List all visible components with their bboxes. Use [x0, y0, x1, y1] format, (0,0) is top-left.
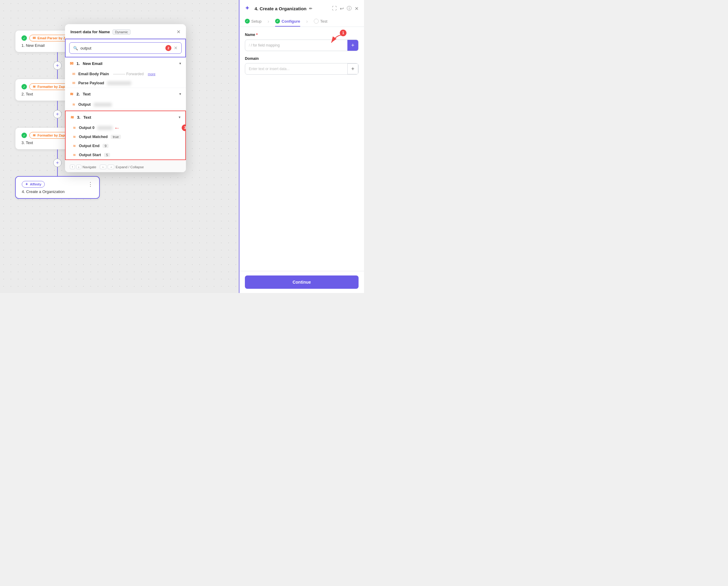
plus-btn-1[interactable]: +	[53, 61, 62, 70]
node-2-check: ✓	[22, 84, 27, 89]
output-matched-value: true	[111, 135, 121, 139]
required-indicator: *	[256, 32, 257, 37]
section-text-2: ≋ 2. Text ▾ ≋ Output	[65, 88, 186, 109]
domain-field-label: Domain	[245, 56, 358, 61]
name-field-row: / / for field mapping +	[245, 39, 358, 51]
formatter-icon-2: ≋	[70, 91, 73, 96]
search-icon: 🔍	[73, 46, 78, 50]
modal-close-button[interactable]: ✕	[177, 29, 180, 35]
plus-btn-2[interactable]: +	[53, 110, 62, 118]
key-down: ↓	[76, 165, 81, 169]
item-output-end[interactable]: ≋ Output End 9	[66, 141, 185, 151]
search-input[interactable]	[80, 46, 163, 50]
output-start-value: 5	[104, 153, 110, 157]
modal-body: ✉ 1. New Email ▾ ✉ Email Body Plain ----…	[65, 57, 186, 161]
formatter-icon-3: ≋	[71, 115, 74, 119]
undo-button[interactable]: ↩	[340, 6, 344, 11]
blurred-value-2	[94, 103, 112, 107]
node-4-menu[interactable]: ⋮	[88, 181, 93, 188]
chevron-down-icon-1: ▾	[179, 61, 181, 65]
tab-setup[interactable]: ✓ Setup	[245, 16, 261, 27]
modal-title: Insert data for Name Dynamic	[71, 29, 131, 35]
email-icon: ✉	[70, 61, 73, 66]
chevron-down-icon-3: ▾	[179, 115, 180, 119]
email-item-icon-1: ✉	[72, 72, 75, 76]
panel-footer: Continue	[240, 271, 364, 293]
arrow-3-indicator: ←	[114, 125, 120, 131]
modal-header: Insert data for Name Dynamic ✕	[65, 24, 186, 39]
fullscreen-button[interactable]: ⛶	[332, 6, 337, 11]
search-section: 🔍 2 ✕	[65, 39, 186, 57]
key-up: ↑	[70, 165, 75, 169]
blurred-value-1	[107, 81, 131, 85]
item-email-body-plain[interactable]: ✉ Email Body Plain ---------- Forwarded …	[65, 70, 186, 79]
tab-configure[interactable]: ✓ Configure	[275, 16, 300, 27]
connector-1-2	[57, 52, 58, 61]
section-new-email: ✉ 1. New Email ▾ ✉ Email Body Plain ----…	[65, 57, 186, 88]
modal-footer: ↑ ↓ Navigate ← → Expand / Collapse	[65, 161, 186, 172]
name-add-button[interactable]: +	[347, 40, 358, 51]
tab-sep-2: ›	[306, 19, 308, 24]
insert-data-modal: Insert data for Name Dynamic ✕ 🔍 2 ✕ ✉ 1…	[65, 24, 186, 172]
connector-3-4b	[57, 167, 58, 176]
node-4-badge: ✦ Affinity	[22, 181, 45, 188]
item-parse-payload[interactable]: ✉ Parse Payload	[65, 79, 186, 88]
tab-test-circle	[314, 19, 319, 24]
domain-placeholder: Enter text or insert data...	[245, 64, 347, 74]
formatter-item-icon-3a: ≋	[73, 126, 76, 130]
search-box: 🔍 2 ✕	[69, 42, 182, 54]
item-output-2[interactable]: ≋ Output	[65, 100, 186, 109]
section-text-2-header[interactable]: ≋ 2. Text ▾	[65, 88, 186, 100]
section-text-3: ≋ 3. Text ▾ ≋ Output 0 ← 3 ≋ Output Matc…	[65, 111, 186, 160]
continue-button[interactable]: Continue	[245, 275, 358, 289]
item-output-matched[interactable]: ≋ Output Matched true	[66, 132, 185, 141]
formatter-item-icon-3d: ≋	[73, 153, 76, 157]
tab-configure-check: ✓	[275, 19, 280, 24]
tab-sep-1: ›	[268, 19, 269, 24]
footer-navigate: ↑ ↓ Navigate	[70, 165, 96, 169]
edit-title-icon[interactable]: ✏	[309, 6, 312, 11]
slash-char: /	[249, 43, 251, 47]
panel-body: Name * / / for field mapping + Domain En…	[240, 27, 364, 271]
right-panel: ✦ 4. Create a Organization ✏ ⛶ ↩ ⓘ ✕ ✓ S…	[239, 0, 364, 293]
section-text-3-header[interactable]: ≋ 3. Text ▾	[66, 111, 185, 123]
node-1-check: ✓	[22, 35, 27, 41]
search-badge-2: 2	[166, 45, 171, 51]
formatter-item-icon-3c: ≋	[73, 144, 76, 148]
key-left: ←	[100, 165, 106, 169]
blurred-value-3	[97, 126, 112, 130]
more-link[interactable]: more	[148, 72, 155, 76]
tab-setup-check: ✓	[245, 19, 250, 24]
search-clear-icon[interactable]: ✕	[174, 45, 178, 51]
item-output-0[interactable]: ≋ Output 0 ← 3	[66, 123, 185, 132]
name-field-label: Name *	[245, 32, 358, 37]
section-text-3-title: ≋ 3. Text	[71, 115, 91, 119]
dynamic-badge: Dynamic	[112, 29, 131, 35]
panel-title-row: ✦ 4. Create a Organization ✏ ⛶ ↩ ⓘ ✕	[245, 5, 358, 12]
tab-test[interactable]: Test	[314, 16, 327, 27]
node-4-title: 4. Create a Organization	[22, 189, 93, 194]
output-end-value: 9	[102, 144, 108, 148]
node-4[interactable]: ✦ Affinity ⋮ 4. Create a Organization	[15, 176, 100, 199]
section-new-email-title: ✉ 1. New Email	[70, 61, 102, 66]
panel-actions: ⛶ ↩ ⓘ ✕	[332, 5, 358, 12]
item-output-start[interactable]: ≋ Output Start 5	[66, 151, 185, 159]
info-button[interactable]: ⓘ	[347, 5, 352, 12]
chevron-down-icon-2: ▾	[179, 92, 181, 96]
section-new-email-header[interactable]: ✉ 1. New Email ▾	[65, 57, 186, 70]
name-field-value: / / for field mapping	[245, 40, 347, 50]
domain-add-button[interactable]: +	[347, 63, 358, 74]
node-3-check: ✓	[22, 133, 27, 138]
connector-3-4	[57, 150, 58, 159]
connector-2-3b	[57, 118, 58, 128]
panel-header: ✦ 4. Create a Organization ✏ ⛶ ↩ ⓘ ✕ ✓ S…	[240, 0, 364, 27]
formatter-item-icon-2: ≋	[72, 102, 75, 107]
close-panel-button[interactable]: ✕	[355, 6, 358, 11]
footer-expand: ← → Expand / Collapse	[100, 165, 144, 169]
affinity-logo-icon: ✦	[245, 5, 252, 12]
section-text-2-title: ≋ 2. Text	[70, 91, 91, 96]
tabs-row: ✓ Setup › ✓ Configure › Test	[245, 16, 358, 27]
formatter-item-icon-3b: ≋	[73, 135, 76, 139]
domain-field-row: Enter text or insert data... +	[245, 63, 358, 75]
plus-btn-3[interactable]: +	[53, 159, 62, 167]
